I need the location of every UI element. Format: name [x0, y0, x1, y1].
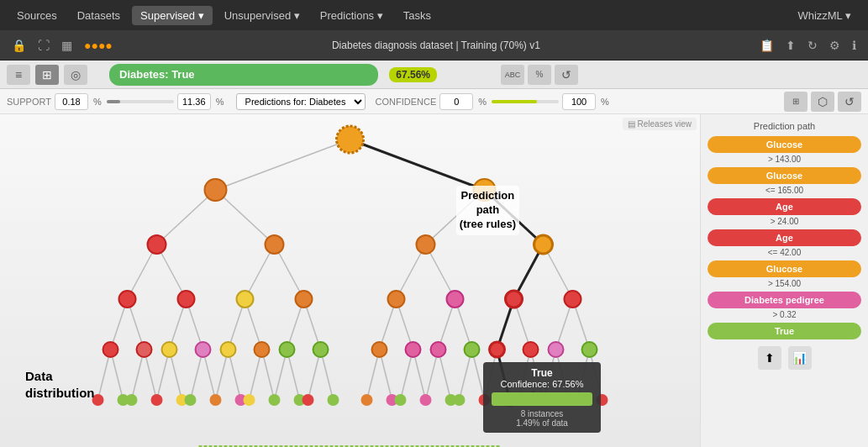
copy-icon[interactable]: 📋: [756, 37, 777, 54]
pp-node-true: True: [708, 323, 861, 339]
svg-point-89: [280, 342, 295, 357]
lock-icon: 🔒: [8, 37, 29, 54]
pp-chart-icon[interactable]: 📊: [788, 346, 812, 370]
refresh-icon[interactable]: ↻: [804, 37, 821, 54]
svg-point-80: [447, 291, 464, 308]
top-navigation: Sources Datasets Supervised Unsupervised…: [0, 0, 868, 30]
svg-line-3: [216, 190, 275, 245]
grid-icon[interactable]: ▦: [58, 37, 76, 54]
svg-point-95: [490, 342, 505, 357]
svg-point-82: [565, 291, 581, 308]
pp-node-glucose1: Glucose: [708, 136, 861, 153]
nav-unsupervised[interactable]: Unsupervised: [216, 6, 308, 25]
dots-icon: ●●●●: [81, 37, 116, 54]
nodes-icon[interactable]: ⬡: [811, 92, 834, 112]
tree-visualization[interactable]: ▤ Releases view: [0, 114, 700, 447]
node-tooltip: True Confidence: 67.56% 8 instances 1.49…: [483, 362, 601, 433]
svg-point-88: [255, 342, 270, 357]
tooltip-title: True: [492, 367, 592, 379]
support-label: SUPPORT: [7, 97, 51, 107]
conf-max-input[interactable]: [562, 93, 596, 110]
pp-value-1: > 143.00: [708, 155, 861, 164]
svg-point-92: [406, 342, 421, 357]
pp-node-pedigree: Diabetes pedigree: [708, 292, 861, 308]
prediction-label: Diabetes: True: [119, 68, 195, 81]
svg-point-104: [185, 394, 197, 406]
support-max-input[interactable]: [177, 93, 211, 110]
nav-supervised[interactable]: Supervised: [132, 6, 213, 25]
support-slider[interactable]: [107, 100, 174, 103]
predictions-dropdown[interactable]: Predictions for: Diabetes: [236, 93, 366, 110]
svg-point-96: [523, 342, 539, 357]
svg-point-71: [148, 235, 166, 254]
svg-point-75: [119, 291, 136, 308]
refresh3-icon[interactable]: ↺: [838, 92, 861, 112]
conf-min-input[interactable]: [439, 93, 473, 110]
svg-point-111: [328, 394, 339, 406]
pp-node-glucose2: Glucose: [708, 167, 861, 184]
confidence-badge: 67.56%: [389, 67, 437, 82]
svg-point-79: [388, 291, 405, 308]
svg-point-78: [296, 291, 313, 308]
svg-point-69: [205, 179, 227, 201]
table-mode-icon[interactable]: ⊞: [35, 65, 59, 85]
svg-line-2: [157, 190, 216, 245]
prediction-path-sidebar: Prediction path Glucose > 143.00 Glucose…: [700, 114, 868, 447]
pp-value-5: > 154.00: [708, 279, 861, 288]
svg-point-84: [137, 342, 152, 357]
svg-point-94: [465, 342, 480, 357]
svg-point-86: [196, 342, 211, 357]
nav-sources[interactable]: Sources: [8, 6, 66, 25]
refresh2-icon[interactable]: ↺: [555, 65, 578, 85]
percent-icon[interactable]: %: [528, 65, 551, 85]
svg-point-91: [372, 342, 387, 357]
svg-point-77: [237, 291, 254, 308]
target-mode-icon[interactable]: ◎: [64, 65, 87, 85]
grid2-icon[interactable]: ⊞: [784, 92, 808, 112]
toolbar: 🔒 ⛶ ▦ ●●●● Diabetes diagnosis dataset | …: [0, 30, 868, 60]
svg-point-112: [361, 394, 373, 406]
svg-point-97: [549, 342, 564, 357]
tooltip-percent: 1.49% of data: [492, 418, 592, 428]
svg-point-117: [454, 394, 466, 406]
percent1: %: [93, 97, 102, 107]
percent4: %: [601, 97, 609, 107]
svg-point-105: [210, 394, 222, 406]
sub-toolbar: ≡ ⊞ ◎ Diabetes: True 67.56% ABC % ↺: [0, 60, 868, 89]
pp-node-age1: Age: [708, 198, 861, 215]
svg-point-76: [178, 291, 195, 308]
confidence-slider[interactable]: [492, 100, 559, 103]
pp-node-glucose3: Glucose: [708, 260, 861, 277]
svg-point-110: [302, 394, 314, 406]
svg-point-90: [313, 342, 329, 357]
svg-point-68: [337, 126, 364, 153]
svg-point-101: [126, 394, 138, 406]
svg-point-108: [269, 394, 281, 406]
nav-predictions[interactable]: Predictions: [312, 6, 392, 25]
filter-right-icons: ⊞ ⬡ ↺: [784, 92, 861, 112]
svg-point-83: [103, 342, 118, 357]
percent3: %: [478, 97, 487, 107]
support-min-input[interactable]: [55, 93, 88, 110]
nav-tasks[interactable]: Tasks: [395, 6, 439, 25]
nav-whizzml[interactable]: WhizzML: [789, 6, 860, 25]
tree-icon[interactable]: ⛶: [34, 37, 53, 54]
nav-datasets[interactable]: Datasets: [69, 6, 129, 25]
filter-bar: SUPPORT % % Predictions for: Diabetes CO…: [0, 89, 868, 114]
pp-value-2: <= 165.00: [708, 186, 861, 195]
svg-point-102: [151, 394, 163, 406]
info-icon[interactable]: ℹ: [849, 37, 860, 54]
svg-point-85: [162, 342, 177, 357]
svg-point-74: [534, 235, 553, 254]
pp-bottom-icons: ⬆ 📊: [708, 346, 861, 370]
svg-point-114: [395, 394, 407, 406]
percent2: %: [216, 97, 224, 107]
svg-point-81: [506, 291, 523, 308]
pp-upload-icon[interactable]: ⬆: [758, 346, 781, 370]
settings-icon[interactable]: ⚙: [826, 37, 844, 54]
upload-icon[interactable]: ⬆: [782, 37, 799, 54]
page-title: Diabetes diagnosis dataset | Training (7…: [121, 39, 751, 51]
svg-point-115: [420, 394, 432, 406]
list-mode-icon[interactable]: ≡: [7, 65, 30, 85]
abc-icon[interactable]: ABC: [501, 65, 524, 85]
